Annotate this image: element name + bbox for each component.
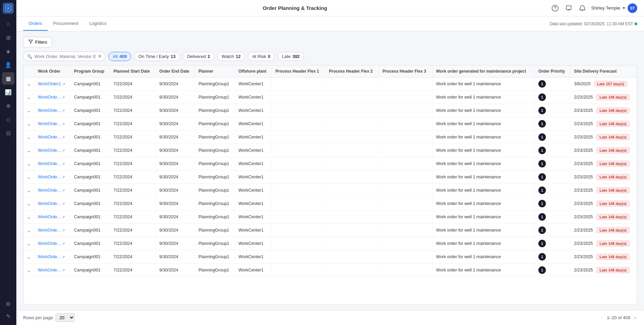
notification-icon[interactable] <box>578 3 587 13</box>
table-row: ⌄ WorkOrde... ↗ Campaign001 7/22/2024 9/… <box>24 184 637 197</box>
site-delivery-cell: 2/23/2025 Late 146 day(s) <box>570 224 637 237</box>
work-order-link[interactable]: WorkOrde... ↗ <box>38 95 67 100</box>
work-order-cell: WorkOrde... ↗ <box>34 104 71 117</box>
work-order-link[interactable]: WorkOrde... ↗ <box>38 148 67 153</box>
row-expand[interactable]: ⌄ <box>24 197 34 210</box>
program-group-cell: Campaign001 <box>71 171 110 184</box>
process-flex3-cell <box>379 250 432 264</box>
chip-on-time-early[interactable]: On Time / Early 13 <box>134 52 180 61</box>
row-expand[interactable]: ⌄ <box>24 144 34 157</box>
work-order-link[interactable]: WorkOrder1 ↗ <box>38 82 67 86</box>
process-flex1-cell <box>272 237 325 250</box>
work-order-link[interactable]: WorkOrde... ↗ <box>38 215 67 219</box>
delivery-date: 2/23/2025 <box>574 121 593 126</box>
planner-cell: PlanningGroup1 <box>195 197 235 210</box>
planned-start-cell: 7/22/2024 <box>110 77 156 91</box>
chip-delivered-label: Delivered <box>187 54 206 59</box>
svg-point-1 <box>7 7 9 9</box>
tab-orders[interactable]: Orders <box>23 17 48 31</box>
tab-logistics[interactable]: Logistics <box>84 17 112 31</box>
sidebar-item-home[interactable]: ⌂ <box>2 18 14 30</box>
prev-page-button[interactable]: ‹ <box>600 314 604 322</box>
work-order-link[interactable]: WorkOrde... ↗ <box>38 188 67 193</box>
delivery-badge: Late 146 day(s) <box>596 227 629 233</box>
priority-cell: 1 <box>535 157 570 171</box>
work-order-link[interactable]: WorkOrde... ↗ <box>38 268 67 272</box>
row-expand[interactable]: ⌄ <box>24 171 34 184</box>
work-order-link[interactable]: WorkOrde... ↗ <box>38 175 67 179</box>
program-group-cell: Campaign001 <box>71 237 110 250</box>
row-expand[interactable]: ⌄ <box>24 237 34 250</box>
site-delivery-cell: 2/23/2025 Late 146 day(s) <box>570 171 637 184</box>
process-flex3-cell <box>379 184 432 197</box>
row-expand[interactable]: ⌄ <box>24 210 34 224</box>
process-flex1-cell <box>272 224 325 237</box>
work-order-link[interactable]: WorkOrde... ↗ <box>38 241 67 246</box>
work-order-link[interactable]: WorkOrde... ↗ <box>38 254 67 259</box>
row-expand[interactable]: ⌄ <box>24 157 34 171</box>
planned-start-cell: 7/22/2024 <box>110 91 156 104</box>
sidebar-item-chart[interactable]: 📊 <box>2 86 14 98</box>
next-page-button[interactable]: › <box>633 314 637 322</box>
filters-button[interactable]: Filters <box>23 37 52 47</box>
row-expand[interactable]: ⌄ <box>24 224 34 237</box>
row-expand[interactable]: ⌄ <box>24 264 34 277</box>
sidebar-item-diamond[interactable]: ◇ <box>2 113 14 125</box>
process-flex2-cell <box>325 157 379 171</box>
sidebar-item-edit[interactable]: ✎ <box>2 310 14 322</box>
rows-per-page-control: Rows per page 10 20 50 100 <box>23 313 75 322</box>
col-header-planned-start: Planned Start Date <box>110 65 156 77</box>
priority-cell: 1 <box>535 224 570 237</box>
row-expand[interactable]: ⌄ <box>24 184 34 197</box>
order-end-cell: 9/30/2024 <box>156 131 195 144</box>
sidebar-item-settings[interactable]: ⚙ <box>2 298 14 310</box>
work-order-link[interactable]: WorkOrde... ↗ <box>38 228 67 233</box>
planner-cell: PlanningGroup1 <box>195 250 235 264</box>
chip-all[interactable]: All 409 <box>108 52 131 61</box>
sidebar-item-grid2[interactable]: ⊟ <box>2 127 14 139</box>
app-logo[interactable] <box>3 3 14 14</box>
delivery-badge: Late 146 day(s) <box>596 254 629 260</box>
work-order-link[interactable]: WorkOrde... ↗ <box>38 135 67 139</box>
tab-procurement[interactable]: Procurement <box>48 17 84 31</box>
data-updated: Data last updated: 02/18/2025, 11:30 AM … <box>550 21 637 26</box>
row-expand[interactable]: ⌄ <box>24 91 34 104</box>
sidebar-item-user[interactable]: 👤 <box>2 59 14 71</box>
row-expand[interactable]: ⌄ <box>24 131 34 144</box>
search-box[interactable]: 🔍 ✕ <box>23 51 106 61</box>
sidebar-item-layers[interactable]: ⊕ <box>2 100 14 112</box>
help-icon[interactable] <box>550 3 560 13</box>
clear-search-button[interactable]: ✕ <box>98 54 102 59</box>
row-expand[interactable]: ⌄ <box>24 250 34 264</box>
user-menu[interactable]: Shirley Temple ▼ ST <box>591 3 637 13</box>
work-order-link[interactable]: WorkOrde... ↗ <box>38 121 67 126</box>
row-expand[interactable]: ⌄ <box>24 77 34 91</box>
process-flex2-cell <box>325 224 379 237</box>
rows-per-page-label: Rows per page <box>23 315 53 320</box>
chip-watch[interactable]: Watch 12 <box>217 52 245 61</box>
row-expand[interactable]: ⌄ <box>24 117 34 131</box>
work-order-value: WorkOrde... <box>38 135 61 139</box>
maintenance-cell: Work order for well 1 maintenance <box>432 77 535 91</box>
sidebar-item-tag[interactable]: ◈ <box>2 45 14 57</box>
sidebar-item-grid[interactable]: ⊞ <box>2 31 14 44</box>
search-input[interactable] <box>34 54 96 59</box>
offshore-plant-cell: WorkCenter1 <box>235 224 272 237</box>
work-order-link[interactable]: WorkOrde... ↗ <box>38 161 67 166</box>
sidebar-item-table[interactable]: ▦ <box>2 72 14 85</box>
chip-late[interactable]: Late 382 <box>278 52 304 61</box>
row-expand[interactable]: ⌄ <box>24 104 34 117</box>
chip-delivered[interactable]: Delivered 2 <box>183 52 214 61</box>
work-order-cell: WorkOrder1 ↗ <box>34 77 71 91</box>
delivery-date: 2/23/2025 <box>574 215 593 219</box>
work-order-cell: WorkOrde... ↗ <box>34 117 71 131</box>
work-order-link[interactable]: WorkOrde... ↗ <box>38 201 67 206</box>
planner-cell: PlanningGroup1 <box>195 104 235 117</box>
chip-at-risk[interactable]: At Risk 0 <box>248 52 275 61</box>
col-header-priority: Order Priority <box>535 65 570 77</box>
chat-icon[interactable] <box>564 3 573 13</box>
rows-per-page-select[interactable]: 10 20 50 100 <box>56 313 75 322</box>
work-order-link[interactable]: WorkOrde... ↗ <box>38 108 67 113</box>
external-link-icon: ↗ <box>62 268 65 272</box>
planned-start-cell: 7/22/2024 <box>110 210 156 224</box>
